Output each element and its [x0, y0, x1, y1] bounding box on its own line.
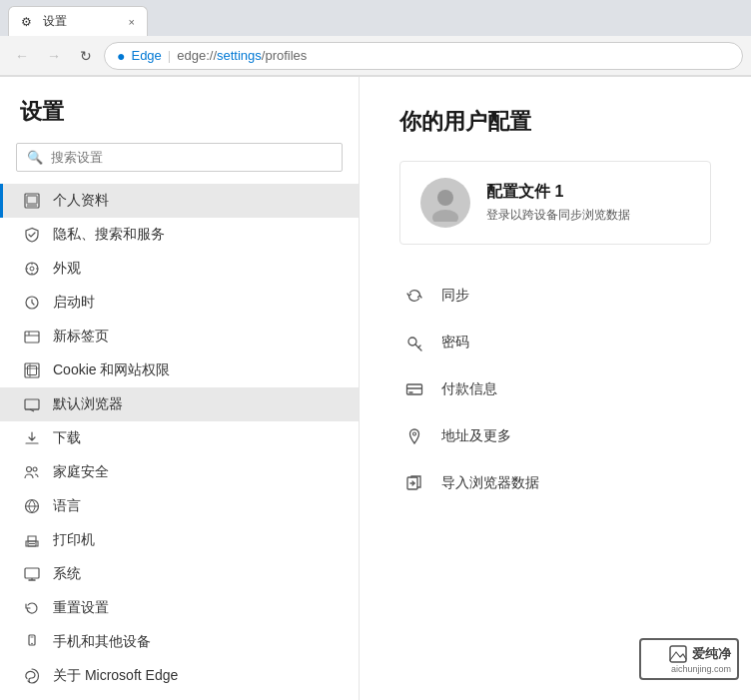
- sidebar-item-appearance-label: 外观: [53, 260, 81, 278]
- svg-rect-1: [27, 196, 37, 204]
- profile-name: 配置文件 1: [486, 182, 630, 203]
- menu-item-address-label: 地址及更多: [441, 427, 511, 445]
- sidebar-item-privacy[interactable]: 隐私、搜索和服务: [0, 218, 359, 252]
- personal-icon: [23, 192, 41, 210]
- sidebar-item-cookie-label: Cookie 和网站权限: [53, 361, 170, 379]
- menu-item-address[interactable]: 地址及更多: [399, 413, 711, 460]
- sidebar-item-startup-label: 启动时: [53, 294, 95, 312]
- sidebar-item-family[interactable]: 家庭安全: [0, 455, 359, 489]
- address-separator: |: [168, 48, 171, 63]
- svg-point-4: [30, 267, 34, 271]
- sidebar-item-newtab-label: 新标签页: [53, 328, 109, 346]
- search-input[interactable]: [51, 150, 332, 165]
- sidebar-item-reset[interactable]: 重置设置: [0, 591, 359, 625]
- nav-bar: ← → ↻ ● Edge | edge://settings/profiles: [0, 36, 751, 76]
- address-icon: [403, 425, 425, 447]
- defaultbrowser-icon: [23, 395, 41, 413]
- sidebar-item-language[interactable]: 语言: [0, 489, 359, 523]
- startup-icon: [23, 294, 41, 312]
- sidebar-item-printer[interactable]: 打印机: [0, 523, 359, 557]
- sidebar-item-defaultbrowser-label: 默认浏览器: [53, 395, 123, 413]
- sync-icon: [403, 285, 425, 307]
- about-edge-icon: [23, 667, 41, 685]
- address-path: /profiles: [262, 48, 308, 63]
- sidebar-item-defaultbrowser[interactable]: 默认浏览器: [0, 387, 359, 421]
- sidebar-item-family-label: 家庭安全: [53, 463, 109, 481]
- sidebar-item-about-label: 关于 Microsoft Edge: [53, 667, 178, 685]
- address-url: edge://settings/profiles: [177, 48, 307, 63]
- downloads-icon: [23, 429, 41, 447]
- sidebar: 设置 🔍 个人资料 隐私、搜索和服务 外观: [0, 77, 360, 700]
- svg-point-19: [27, 467, 32, 472]
- avatar: [420, 178, 470, 228]
- menu-item-payment[interactable]: 付款信息: [399, 366, 711, 413]
- sidebar-item-printer-label: 打印机: [53, 531, 95, 549]
- password-icon: [403, 332, 425, 353]
- address-bar[interactable]: ● Edge | edge://settings/profiles: [104, 42, 743, 70]
- import-icon: [403, 472, 425, 494]
- svg-point-32: [432, 210, 458, 222]
- browser-chrome: ⚙ 设置 × ← → ↻ ● Edge | edge://settings/pr…: [0, 0, 751, 77]
- address-brand-label: Edge: [131, 48, 161, 63]
- profile-card[interactable]: 配置文件 1 登录以跨设备同步浏览数据: [399, 161, 711, 245]
- menu-item-password[interactable]: 密码: [399, 320, 711, 366]
- watermark-brand: 爱纯净: [692, 645, 731, 663]
- sidebar-item-cookie[interactable]: Cookie 和网站权限: [0, 353, 359, 387]
- main-layout: 设置 🔍 个人资料 隐私、搜索和服务 外观: [0, 77, 751, 700]
- sidebar-item-reset-label: 重置设置: [53, 599, 109, 617]
- sidebar-item-startup[interactable]: 启动时: [0, 286, 359, 320]
- svg-rect-25: [25, 568, 39, 578]
- refresh-button[interactable]: ↻: [72, 42, 100, 70]
- search-box[interactable]: 🔍: [16, 143, 343, 172]
- menu-item-sync[interactable]: 同步: [399, 273, 711, 320]
- sidebar-item-mobile[interactable]: 手机和其他设备: [0, 625, 359, 659]
- tab-title: 设置: [43, 13, 67, 30]
- tab-bar: ⚙ 设置 ×: [0, 0, 751, 36]
- menu-item-payment-label: 付款信息: [441, 380, 497, 398]
- active-tab[interactable]: ⚙ 设置 ×: [8, 6, 148, 36]
- sidebar-item-mobile-label: 手机和其他设备: [53, 633, 151, 651]
- svg-rect-10: [25, 332, 39, 343]
- printer-icon: [23, 531, 41, 549]
- sidebar-item-newtab[interactable]: 新标签页: [0, 320, 359, 353]
- svg-point-38: [413, 432, 416, 435]
- menu-item-sync-label: 同步: [441, 287, 469, 305]
- svg-rect-24: [29, 543, 35, 544]
- sidebar-item-personal[interactable]: 个人资料: [0, 184, 359, 218]
- content-area: 你的用户配置 配置文件 1 登录以跨设备同步浏览数据 同步: [360, 77, 751, 700]
- payment-icon: [403, 378, 425, 400]
- tab-favicon-icon: ⚙: [21, 15, 35, 29]
- cookie-icon: [23, 361, 41, 379]
- svg-point-31: [437, 190, 453, 206]
- menu-item-import-label: 导入浏览器数据: [441, 474, 539, 492]
- back-button[interactable]: ←: [8, 42, 36, 70]
- mobile-icon: [23, 633, 41, 651]
- profile-subtitle: 登录以跨设备同步浏览数据: [486, 207, 630, 224]
- svg-point-20: [33, 467, 37, 471]
- menu-item-import[interactable]: 导入浏览器数据: [399, 460, 711, 507]
- sidebar-item-appearance[interactable]: 外观: [0, 252, 359, 286]
- appearance-icon: [23, 260, 41, 278]
- svg-rect-14: [28, 366, 37, 375]
- svg-rect-15: [25, 399, 39, 409]
- edge-brand-icon: ●: [117, 48, 125, 64]
- address-scheme: edge://: [177, 48, 217, 63]
- sidebar-item-system-label: 系统: [53, 565, 81, 583]
- svg-line-34: [418, 346, 420, 348]
- search-icon: 🔍: [27, 150, 43, 165]
- sidebar-item-system[interactable]: 系统: [0, 557, 359, 591]
- language-icon: [23, 497, 41, 515]
- family-icon: [23, 463, 41, 481]
- sidebar-item-downloads[interactable]: 下载: [0, 421, 359, 455]
- newtab-icon: [23, 328, 41, 346]
- address-settings: settings: [217, 48, 262, 63]
- watermark-url: aichunjing.com: [671, 664, 731, 674]
- sidebar-item-about[interactable]: 关于 Microsoft Edge: [0, 659, 359, 693]
- sidebar-item-language-label: 语言: [53, 497, 81, 515]
- forward-button[interactable]: →: [40, 42, 68, 70]
- privacy-icon: [23, 226, 41, 244]
- content-title: 你的用户配置: [399, 107, 711, 137]
- profile-info: 配置文件 1 登录以跨设备同步浏览数据: [486, 182, 630, 224]
- system-icon: [23, 565, 41, 583]
- tab-close-button[interactable]: ×: [129, 16, 135, 28]
